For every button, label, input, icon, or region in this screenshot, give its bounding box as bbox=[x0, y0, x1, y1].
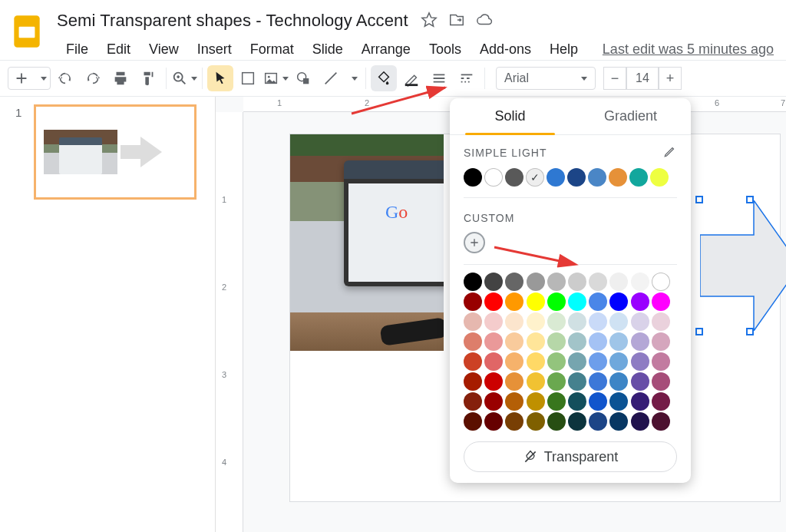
color-swatch[interactable] bbox=[652, 392, 670, 411]
new-slide-combo[interactable] bbox=[8, 67, 51, 90]
color-swatch[interactable] bbox=[652, 332, 670, 351]
color-swatch[interactable] bbox=[589, 312, 607, 331]
redo-button[interactable] bbox=[80, 65, 106, 91]
font-size-increase[interactable]: + bbox=[659, 67, 682, 90]
edit-theme-icon[interactable] bbox=[663, 144, 677, 160]
color-swatch[interactable] bbox=[464, 352, 482, 371]
tab-gradient[interactable]: Gradient bbox=[570, 98, 691, 134]
color-swatch[interactable] bbox=[652, 352, 670, 371]
color-swatch[interactable] bbox=[609, 412, 628, 431]
color-swatch[interactable] bbox=[652, 292, 670, 311]
color-swatch[interactable] bbox=[568, 392, 586, 411]
menu-addons[interactable]: Add-ons bbox=[471, 38, 540, 61]
theme-swatch[interactable] bbox=[629, 168, 648, 187]
image-button[interactable] bbox=[263, 65, 289, 91]
color-swatch[interactable] bbox=[631, 273, 649, 291]
slides-logo-icon[interactable] bbox=[8, 12, 46, 51]
color-swatch[interactable] bbox=[547, 273, 566, 291]
color-swatch[interactable] bbox=[631, 312, 649, 331]
color-swatch[interactable] bbox=[527, 332, 545, 351]
color-swatch[interactable] bbox=[484, 273, 503, 291]
color-swatch[interactable] bbox=[547, 392, 566, 411]
color-swatch[interactable] bbox=[505, 412, 523, 431]
color-swatch[interactable] bbox=[505, 312, 523, 331]
font-size-decrease[interactable]: − bbox=[603, 67, 626, 90]
color-swatch[interactable] bbox=[484, 332, 503, 351]
color-swatch[interactable] bbox=[589, 392, 607, 411]
color-swatch[interactable] bbox=[484, 292, 503, 311]
line-button[interactable] bbox=[318, 65, 344, 91]
color-swatch[interactable] bbox=[464, 273, 482, 291]
color-swatch[interactable] bbox=[631, 292, 649, 311]
color-swatch[interactable] bbox=[527, 412, 545, 431]
menu-format[interactable]: Format bbox=[241, 38, 303, 61]
color-swatch[interactable] bbox=[464, 312, 482, 331]
color-swatch[interactable] bbox=[505, 332, 523, 351]
menu-slide[interactable]: Slide bbox=[303, 38, 352, 61]
color-swatch[interactable] bbox=[484, 392, 503, 411]
selection-handle[interactable] bbox=[746, 328, 754, 335]
color-swatch[interactable] bbox=[464, 292, 482, 311]
theme-swatch[interactable] bbox=[464, 168, 482, 187]
color-swatch[interactable] bbox=[631, 412, 649, 431]
color-swatch[interactable] bbox=[568, 332, 586, 351]
color-swatch[interactable] bbox=[631, 372, 649, 391]
color-swatch[interactable] bbox=[505, 392, 523, 411]
color-swatch[interactable] bbox=[609, 372, 628, 391]
color-swatch[interactable] bbox=[527, 292, 545, 311]
undo-button[interactable] bbox=[52, 65, 78, 91]
color-swatch[interactable] bbox=[609, 392, 628, 411]
new-slide-button[interactable] bbox=[8, 65, 35, 91]
theme-swatch[interactable] bbox=[547, 168, 565, 187]
color-swatch[interactable] bbox=[609, 332, 628, 351]
menu-tools[interactable]: Tools bbox=[420, 38, 471, 61]
theme-swatch[interactable] bbox=[567, 168, 586, 187]
color-swatch[interactable] bbox=[527, 352, 545, 371]
color-swatch[interactable] bbox=[631, 332, 649, 351]
color-swatch[interactable] bbox=[609, 312, 628, 331]
font-select[interactable]: Arial bbox=[496, 67, 596, 90]
color-swatch[interactable] bbox=[652, 273, 670, 291]
font-size-input[interactable]: 14 bbox=[626, 67, 659, 90]
theme-swatch[interactable]: ✓ bbox=[526, 168, 544, 187]
color-swatch[interactable] bbox=[547, 332, 566, 351]
color-swatch[interactable] bbox=[464, 412, 482, 431]
color-swatch[interactable] bbox=[631, 392, 649, 411]
paint-format-button[interactable] bbox=[135, 65, 161, 91]
color-swatch[interactable] bbox=[568, 312, 586, 331]
select-tool-button[interactable] bbox=[207, 65, 233, 91]
color-swatch[interactable] bbox=[652, 412, 670, 431]
color-swatch[interactable] bbox=[547, 352, 566, 371]
menu-file[interactable]: File bbox=[57, 38, 97, 61]
textbox-button[interactable] bbox=[235, 65, 261, 91]
color-swatch[interactable] bbox=[505, 352, 523, 371]
color-swatch[interactable] bbox=[547, 312, 566, 331]
menu-arrange[interactable]: Arrange bbox=[352, 38, 420, 61]
color-swatch[interactable] bbox=[527, 392, 545, 411]
slide-thumbnail-1[interactable] bbox=[34, 104, 196, 200]
color-swatch[interactable] bbox=[527, 372, 545, 391]
zoom-button[interactable] bbox=[171, 65, 197, 91]
color-swatch[interactable] bbox=[547, 372, 566, 391]
color-swatch[interactable] bbox=[464, 332, 482, 351]
theme-swatch[interactable] bbox=[484, 168, 503, 187]
color-swatch[interactable] bbox=[464, 372, 482, 391]
menu-insert[interactable]: Insert bbox=[188, 38, 241, 61]
color-swatch[interactable] bbox=[589, 273, 607, 291]
color-swatch[interactable] bbox=[505, 273, 523, 291]
vertical-ruler[interactable]: 1 2 3 4 bbox=[216, 112, 243, 532]
color-swatch[interactable] bbox=[547, 292, 566, 311]
new-slide-dropdown[interactable] bbox=[35, 65, 50, 91]
color-swatch[interactable] bbox=[484, 352, 503, 371]
move-icon[interactable] bbox=[448, 12, 465, 31]
selected-arrow-shape[interactable] bbox=[700, 200, 786, 331]
color-swatch[interactable] bbox=[484, 312, 503, 331]
add-custom-color-button[interactable] bbox=[464, 232, 485, 253]
color-swatch[interactable] bbox=[464, 392, 482, 411]
color-swatch[interactable] bbox=[589, 352, 607, 371]
theme-swatch[interactable] bbox=[650, 168, 669, 187]
selection-handle[interactable] bbox=[695, 196, 703, 203]
last-edit-link[interactable]: Last edit was 5 minutes ago bbox=[603, 41, 774, 58]
theme-swatch[interactable] bbox=[505, 168, 523, 187]
color-swatch[interactable] bbox=[505, 292, 523, 311]
